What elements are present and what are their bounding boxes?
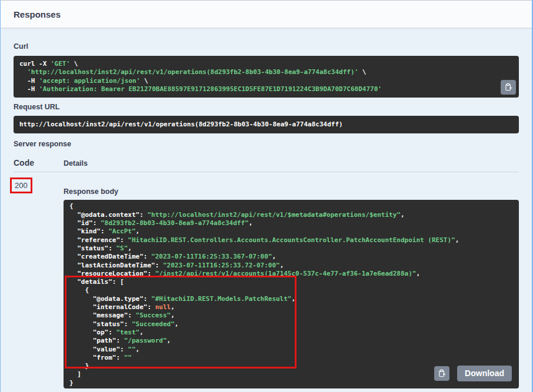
copy-curl-button[interactable]: [501, 80, 516, 95]
response-row: 200 Response body { "@odata.context": "h…: [14, 172, 519, 388]
status-code-cell: 200: [14, 172, 64, 193]
details-cell: Response body { "@odata.context": "http:…: [64, 172, 519, 388]
curl-command-block[interactable]: curl -X 'GET' \ 'http://localhost/inst2/…: [14, 56, 519, 98]
clipboard-copy-icon: [504, 83, 512, 92]
response-actions: Download: [434, 366, 512, 381]
request-url-value: http://localhost/inst2/api/rest/v1/opera…: [19, 120, 343, 128]
curl-command-code: curl -X 'GET' \ 'http://localhost/inst2/…: [19, 60, 513, 93]
responses-section: Responses Curl curl -X 'GET' \ 'http://l…: [0, 0, 533, 392]
response-body-wrap: { "@odata.context": "http://localhost/in…: [64, 200, 519, 388]
response-body-code: { "@odata.context": "http://localhost/in…: [69, 202, 513, 387]
server-response-label: Server response: [14, 140, 519, 148]
request-url-label: Request URL: [14, 103, 519, 111]
responses-header: Responses: [1, 1, 532, 28]
response-body-block[interactable]: { "@odata.context": "http://localhost/in…: [64, 200, 519, 388]
curl-label: Curl: [14, 42, 519, 51]
status-code: 200: [15, 181, 28, 190]
responses-body: Curl curl -X 'GET' \ 'http://localhost/i…: [1, 42, 532, 392]
code-column-header: Code: [14, 158, 64, 167]
response-table-header: Code Details: [14, 158, 519, 172]
request-url-block: http://localhost/inst2/api/rest/v1/opera…: [14, 116, 519, 133]
download-button[interactable]: Download: [457, 366, 512, 381]
copy-response-button[interactable]: [434, 366, 449, 381]
details-column-header: Details: [64, 159, 519, 167]
responses-title: Responses: [14, 9, 61, 19]
status-code-annotation-box: 200: [10, 177, 32, 193]
response-body-label: Response body: [64, 187, 519, 196]
clipboard-copy-icon: [438, 369, 446, 378]
